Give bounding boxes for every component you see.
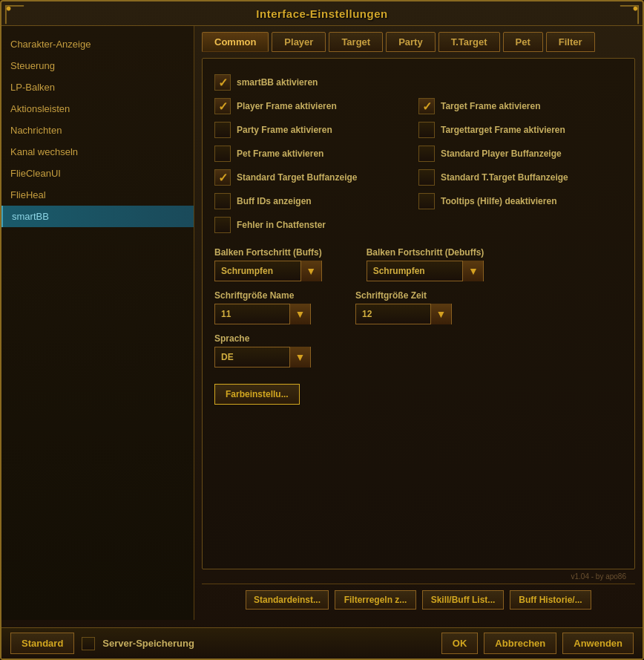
checkbox-standard-target-buff[interactable]: ✓ [214, 169, 231, 186]
tab-pet[interactable]: Pet [503, 32, 543, 52]
dropdown-name[interactable]: 11 ▼ [214, 304, 311, 324]
tab-target[interactable]: Target [329, 32, 383, 52]
checkbox-row-player-frame: ✓ Player Frame aktivieren [214, 94, 418, 118]
sidebar-item-lp-balken[interactable]: LP-Balken [1, 76, 194, 98]
dropdown-buffs-arrow-icon: ▼ [300, 261, 321, 281]
corner-decoration-tl [4, 4, 25, 25]
standardeinst-button[interactable]: Standardeinst... [246, 590, 329, 610]
dropdown-group-zeit: Schriftgröße Zeit 12 ▼ [355, 290, 452, 324]
skillbuff-button[interactable]: Skill/Buff List... [422, 590, 504, 610]
label-smartbb-aktivieren: smartBB aktivieren [237, 77, 318, 88]
corner-decoration-tr [619, 4, 640, 25]
sidebar-item-fliecleanui[interactable]: FlieCleanUI [1, 163, 194, 184]
standard-button[interactable]: Standard [10, 633, 74, 654]
checkbox-row-fehler-chat: Fehler in Chatfenster [214, 213, 418, 237]
dropdown-sprache[interactable]: DE ▼ [214, 347, 311, 367]
tab-filter[interactable]: Filter [546, 32, 595, 52]
farb-button[interactable]: Farbeinstellu... [214, 384, 300, 405]
checkbox-grid: ✓ Player Frame aktivieren ✓ Target Frame… [214, 94, 622, 237]
label-standard-player-buff: Standard Player Buffanzeige [441, 148, 562, 159]
dropdown-group-buffs: Balken Fortschritt (Buffs) Schrumpfen ▼ [214, 247, 322, 281]
checkbox-row-pet-frame: Pet Frame aktivieren [214, 142, 418, 166]
checkbox-standard-ttarget-buff[interactable] [418, 169, 435, 186]
anwenden-button[interactable]: Anwenden [562, 633, 634, 654]
checkbox-row-buff-ids: Buff IDs anzeigen [214, 189, 418, 213]
label-standard-ttarget-buff: Standard T.Target Buffanzeige [441, 172, 568, 183]
dropdown-debuffs[interactable]: Schrumpfen ▼ [367, 261, 484, 281]
label-name-size: Schriftgröße Name [214, 290, 311, 301]
version-bar: v1.04 - by apo86 [202, 569, 635, 584]
checkmark-standard-target-buff: ✓ [218, 171, 228, 185]
settings-panel: ✓ smartBB aktivieren ✓ Player Frame akti… [202, 58, 635, 569]
label-targettarget-frame: Targettarget Frame aktivieren [441, 125, 565, 135]
dropdown-name-value: 11 [215, 309, 289, 319]
tab-party[interactable]: Party [386, 32, 436, 52]
sidebar-item-kanal[interactable]: Kanal wechseln [1, 141, 194, 163]
checkbox-row-target-frame: ✓ Target Frame aktivieren [418, 94, 622, 118]
label-zeit-size: Schriftgröße Zeit [355, 290, 452, 301]
footer: Standard Server-Speicherung OK Abbrechen… [1, 627, 643, 659]
label-sprache: Sprache [214, 333, 311, 344]
tab-player[interactable]: Player [272, 32, 326, 52]
tab-common[interactable]: Common [202, 32, 269, 52]
sidebar-item-flieheal[interactable]: FlieHeal [1, 184, 194, 206]
sidebar-item-smartbb[interactable]: smartBB [1, 206, 194, 227]
server-checkbox[interactable] [82, 637, 95, 650]
sidebar-item-nachrichten[interactable]: Nachrichten [1, 120, 194, 141]
abbrechen-button[interactable]: Abbrechen [484, 633, 556, 654]
dropdown-row-progress: Balken Fortschritt (Buffs) Schrumpfen ▼ … [214, 247, 622, 281]
label-standard-target-buff: Standard Target Buffanzeige [237, 172, 357, 183]
dropdown-sprache-arrow-icon: ▼ [289, 347, 310, 367]
dropdown-debuffs-value: Schrumpfen [367, 266, 463, 276]
bottom-action-bar: Standardeinst... Filterregeln z... Skill… [202, 584, 635, 614]
window-title: Interface-Einstellungen [256, 7, 387, 20]
ok-button[interactable]: OK [441, 633, 479, 654]
sidebar-item-aktionsleisten[interactable]: Aktionsleisten [1, 98, 194, 120]
dropdown-row-sprache: Sprache DE ▼ [214, 333, 622, 367]
label-tooltips: Tooltips (Hilfe) deaktivieren [441, 196, 556, 206]
checkbox-targettarget-frame[interactable] [418, 122, 435, 138]
checkbox-pet-frame[interactable] [214, 146, 231, 162]
server-label: Server-Speicherung [102, 638, 194, 649]
checkbox-party-frame[interactable] [214, 122, 231, 138]
dropdown-zeit-value: 12 [356, 309, 430, 319]
tab-bar: Common Player Target Party T.Target Pet … [202, 32, 635, 52]
dropdown-zeit-arrow-icon: ▼ [430, 304, 451, 324]
svg-point-0 [7, 7, 11, 11]
checkmark-smartbb: ✓ [218, 76, 228, 90]
checkbox-fehler-chat[interactable] [214, 217, 231, 233]
main-window: Interface-Einstellungen Charakter-Anzeig… [0, 0, 644, 660]
checkbox-tooltips[interactable] [418, 193, 435, 209]
dropdown-group-name: Schriftgröße Name 11 ▼ [214, 290, 311, 324]
filterregeln-button[interactable]: Filterregeln z... [335, 590, 416, 610]
checkbox-smartbb-aktivieren[interactable]: ✓ [214, 74, 231, 91]
label-party-frame: Party Frame aktivieren [237, 125, 332, 135]
tab-ttarget[interactable]: T.Target [438, 32, 500, 52]
label-debuffs-progress: Balken Fortschritt (Debuffs) [367, 247, 484, 258]
label-target-frame: Target Frame aktivieren [441, 101, 541, 111]
main-layout: Charakter-Anzeige Steuerung LP-Balken Ak… [1, 26, 643, 620]
checkbox-row-tooltips: Tooltips (Hilfe) deaktivieren [418, 189, 622, 213]
checkbox-standard-player-buff[interactable] [418, 146, 435, 162]
dropdown-zeit[interactable]: 12 ▼ [355, 304, 452, 324]
checkbox-row-party-frame: Party Frame aktivieren [214, 118, 418, 142]
dropdown-row-schrift: Schriftgröße Name 11 ▼ Schriftgröße Zeit… [214, 290, 622, 324]
label-fehler-chat: Fehler in Chatfenster [237, 220, 326, 230]
checkbox-target-frame[interactable]: ✓ [418, 98, 435, 114]
label-buff-ids: Buff IDs anzeigen [237, 196, 312, 206]
dropdown-name-arrow-icon: ▼ [289, 304, 310, 324]
checkbox-buff-ids[interactable] [214, 193, 231, 209]
buffhistorie-button[interactable]: Buff Historie/... [510, 590, 591, 610]
dropdown-section: Balken Fortschritt (Buffs) Schrumpfen ▼ … [214, 247, 622, 367]
checkbox-row-standard-target-buff: ✓ Standard Target Buffanzeige [214, 166, 418, 189]
sidebar-item-steuerung[interactable]: Steuerung [1, 55, 194, 76]
version-text: v1.04 - by apo86 [205, 571, 632, 582]
dropdown-buffs-value: Schrumpfen [215, 266, 300, 276]
label-pet-frame: Pet Frame aktivieren [237, 148, 323, 159]
sidebar-item-charakter[interactable]: Charakter-Anzeige [1, 33, 194, 55]
checkmark-target-frame: ✓ [422, 99, 432, 114]
label-player-frame: Player Frame aktivieren [237, 101, 337, 111]
checkbox-player-frame[interactable]: ✓ [214, 98, 231, 114]
checkmark-player-frame: ✓ [218, 99, 228, 114]
dropdown-buffs[interactable]: Schrumpfen ▼ [214, 261, 322, 281]
